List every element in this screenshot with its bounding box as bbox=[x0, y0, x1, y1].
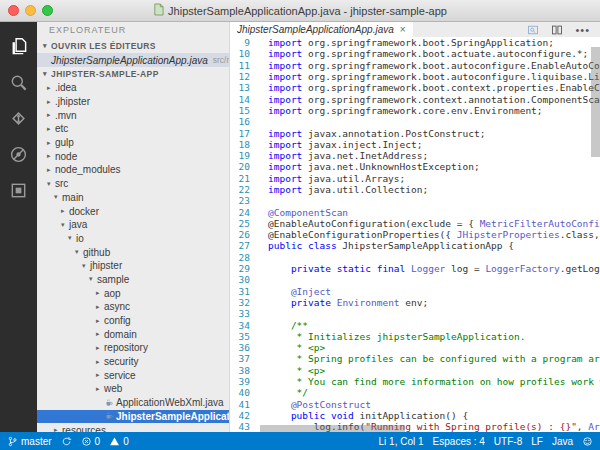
code-line-35[interactable]: 35 * Initializes jhipsterSampleApplicati… bbox=[230, 331, 600, 342]
tree-item-label: .idea bbox=[55, 82, 77, 93]
tree-file-applicationwebxml-java[interactable]: ApplicationWebXml.java bbox=[37, 396, 229, 410]
status-espaces-4[interactable]: Espaces : 4 bbox=[433, 436, 485, 447]
tree-folder-security[interactable]: ▸security bbox=[37, 355, 229, 369]
line-number: 14 bbox=[230, 94, 250, 105]
tree-folder-main[interactable]: ▾main bbox=[37, 191, 229, 205]
code-line-39[interactable]: 39 * You can find more information on ho… bbox=[230, 376, 600, 387]
code-line-24[interactable]: 24@ComponentScan bbox=[230, 206, 600, 217]
code-line-10[interactable]: 10import org.springframework.boot.actuat… bbox=[230, 48, 600, 59]
code-line-16[interactable]: 16 bbox=[230, 116, 600, 127]
status-error[interactable]: 0 bbox=[81, 436, 101, 447]
tab-jhipster-sample-application-app[interactable]: JhipsterSampleApplicationApp.java × bbox=[230, 22, 413, 37]
status-branch[interactable]: master bbox=[7, 436, 52, 447]
tree-item-label: resources bbox=[62, 425, 106, 432]
open-editors-header[interactable]: ▾ OUVRIR LES ÉDITEURS bbox=[37, 39, 229, 53]
tree-folder--idea[interactable]: ▸.idea bbox=[37, 81, 229, 95]
status-java[interactable]: Java bbox=[552, 436, 573, 447]
status-li-1-col-1[interactable]: Li 1, Col 1 bbox=[379, 436, 424, 447]
code-line-30[interactable]: 30 bbox=[230, 274, 600, 285]
line-content: @EnableAutoConfiguration(exclude = { Met… bbox=[250, 218, 600, 229]
vertical-scrollbar[interactable] bbox=[591, 47, 600, 157]
tree-folder--mvn[interactable]: ▸.mvn bbox=[37, 108, 229, 122]
line-content: import javax.annotation.PostConstruct; bbox=[250, 128, 485, 139]
activity-bar-extensions-icon[interactable] bbox=[0, 174, 37, 210]
code-line-41[interactable]: 41 @PostConstruct bbox=[230, 399, 600, 410]
tree-folder-gulp[interactable]: ▸gulp bbox=[37, 136, 229, 150]
code-line-26[interactable]: 26@EnableConfigurationProperties({ JHips… bbox=[230, 229, 600, 240]
tree-folder-resources[interactable]: ▸resources bbox=[37, 423, 229, 432]
title-bar: JhipsterSampleApplicationApp.java - jhip… bbox=[0, 0, 600, 22]
code-line-40[interactable]: 40 */ bbox=[230, 387, 600, 398]
code-line-42[interactable]: 42 public void initApplication() { bbox=[230, 410, 600, 421]
search-icon bbox=[9, 73, 28, 96]
horizontal-scrollbar[interactable] bbox=[260, 425, 405, 432]
tree-folder-web[interactable]: ▸web bbox=[37, 382, 229, 396]
code-line-13[interactable]: 13import org.springframework.boot.contex… bbox=[230, 82, 600, 93]
code-line-15[interactable]: 15import org.springframework.core.env.En… bbox=[230, 105, 600, 116]
code-line-21[interactable]: 21import java.util.Arrays; bbox=[230, 173, 600, 184]
tree-folder-sample[interactable]: ▾sample bbox=[37, 273, 229, 287]
more-actions-icon[interactable]: ••• bbox=[575, 24, 590, 36]
code-line-17[interactable]: 17import javax.annotation.PostConstruct; bbox=[230, 127, 600, 138]
activity-bar-source-control-icon[interactable] bbox=[0, 102, 37, 138]
status-utf-8[interactable]: UTF-8 bbox=[494, 436, 522, 447]
code-line-25[interactable]: 25@EnableAutoConfiguration(exclude = { M… bbox=[230, 218, 600, 229]
code-line-11[interactable]: 11import org.springframework.boot.autoco… bbox=[230, 60, 600, 71]
tree-folder-async[interactable]: ▸async bbox=[37, 300, 229, 314]
tree-folder-service[interactable]: ▸service bbox=[37, 368, 229, 382]
code-line-28[interactable]: 28 bbox=[230, 252, 600, 263]
tree-folder-src[interactable]: ▾src bbox=[37, 177, 229, 191]
line-number: 31 bbox=[230, 286, 250, 297]
code-line-38[interactable]: 38 * <p> bbox=[230, 365, 600, 376]
tree-folder-docker[interactable]: ▸docker bbox=[37, 204, 229, 218]
close-window-button[interactable] bbox=[8, 5, 19, 16]
activity-bar-explorer-icon[interactable] bbox=[0, 30, 37, 66]
code-line-14[interactable]: 14import org.springframework.context.ann… bbox=[230, 93, 600, 104]
code-line-31[interactable]: 31 @Inject bbox=[230, 286, 600, 297]
tree-folder-node-modules[interactable]: ▸node_modules bbox=[37, 163, 229, 177]
code-line-18[interactable]: 18import javax.inject.Inject; bbox=[230, 139, 600, 150]
code-line-34[interactable]: 34 /** bbox=[230, 319, 600, 330]
open-preview-icon[interactable] bbox=[527, 24, 539, 36]
chevron-collapsed-icon: ▸ bbox=[47, 125, 55, 133]
tree-folder--jhipster[interactable]: ▸.jhipster bbox=[37, 95, 229, 109]
tree-file-jhipstersampleapplicationapp-java[interactable]: JhipsterSampleApplicationApp.java bbox=[37, 410, 229, 424]
status-sync[interactable] bbox=[61, 436, 72, 447]
code-line-22[interactable]: 22import java.util.Collection; bbox=[230, 184, 600, 195]
project-root-header[interactable]: ▾ JHIPSTER-SAMPLE-APP bbox=[37, 67, 229, 81]
code-line-23[interactable]: 23 bbox=[230, 195, 600, 206]
activity-bar-debug-icon[interactable] bbox=[0, 138, 37, 174]
code-line-29[interactable]: 29 private static final Logger log = Log… bbox=[230, 263, 600, 274]
tree-folder-io[interactable]: ▾io bbox=[37, 232, 229, 246]
open-editor-item[interactable]: JhipsterSampleApplicationApp.javasrc/m..… bbox=[37, 53, 229, 67]
split-editor-icon[interactable] bbox=[551, 24, 563, 36]
code-line-36[interactable]: 36 * <p> bbox=[230, 342, 600, 353]
code-line-9[interactable]: 9import org.springframework.boot.SpringA… bbox=[230, 37, 600, 48]
code-line-33[interactable]: 33 bbox=[230, 308, 600, 319]
status-smiley[interactable] bbox=[582, 436, 593, 447]
code-line-20[interactable]: 20import java.net.UnknownHostException; bbox=[230, 161, 600, 172]
tree-folder-java[interactable]: ▾java bbox=[37, 218, 229, 232]
code-line-27[interactable]: 27public class JhipsterSampleApplication… bbox=[230, 240, 600, 251]
activity-bar-search-icon[interactable] bbox=[0, 66, 37, 102]
status-warning[interactable]: 0 bbox=[109, 436, 129, 447]
tree-folder-node[interactable]: ▸node bbox=[37, 149, 229, 163]
code-line-32[interactable]: 32 private Environment env; bbox=[230, 297, 600, 308]
zoom-window-button[interactable] bbox=[42, 5, 53, 16]
tab-close-icon[interactable]: × bbox=[400, 25, 406, 35]
line-number: 22 bbox=[230, 184, 250, 195]
tree-folder-github[interactable]: ▾github bbox=[37, 245, 229, 259]
tab-bar: JhipsterSampleApplicationApp.java × ••• bbox=[230, 22, 600, 37]
tree-folder-aop[interactable]: ▸aop bbox=[37, 286, 229, 300]
code-line-19[interactable]: 19import java.net.InetAddress; bbox=[230, 150, 600, 161]
code-editor[interactable]: 9import org.springframework.boot.SpringA… bbox=[230, 37, 600, 432]
tree-folder-domain[interactable]: ▸domain bbox=[37, 327, 229, 341]
minimize-window-button[interactable] bbox=[25, 5, 36, 16]
tree-folder-etc[interactable]: ▸etc bbox=[37, 122, 229, 136]
code-line-12[interactable]: 12import org.springframework.boot.autoco… bbox=[230, 71, 600, 82]
code-line-37[interactable]: 37 * Spring profiles can be configured w… bbox=[230, 353, 600, 364]
status-lf[interactable]: LF bbox=[531, 436, 543, 447]
tree-folder-repository[interactable]: ▸repository bbox=[37, 341, 229, 355]
tree-folder-jhipster[interactable]: ▾jhipster bbox=[37, 259, 229, 273]
tree-folder-config[interactable]: ▸config bbox=[37, 314, 229, 328]
